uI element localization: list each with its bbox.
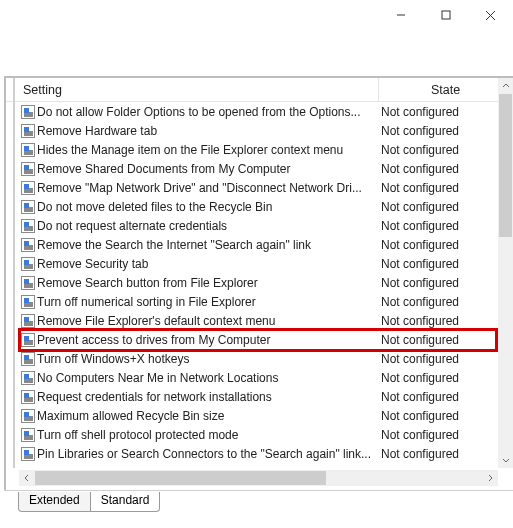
list-item[interactable]: Do not move deleted files to the Recycle…: [19, 197, 498, 216]
scroll-down-icon[interactable]: [498, 452, 513, 468]
policy-icon: [19, 428, 37, 442]
list-item[interactable]: Turn off Windows+X hotkeysNot configured: [19, 349, 498, 368]
setting-state: Not configured: [379, 409, 498, 423]
list-item[interactable]: Hides the Manage item on the File Explor…: [19, 140, 498, 159]
setting-state: Not configured: [379, 371, 498, 385]
setting-label: Remove Security tab: [37, 257, 379, 271]
view-tabs: Extended Standard: [18, 492, 159, 512]
list-item[interactable]: Pin Libraries or Search Connectors to th…: [19, 444, 498, 463]
list-item[interactable]: Do not allow Folder Options to be opened…: [19, 102, 498, 121]
scroll-up-icon[interactable]: [498, 78, 513, 94]
list-item[interactable]: Do not request alternate credentialsNot …: [19, 216, 498, 235]
setting-state: Not configured: [379, 124, 498, 138]
policy-icon: [19, 371, 37, 385]
list-item[interactable]: Remove File Explorer's default context m…: [19, 311, 498, 330]
setting-state: Not configured: [379, 333, 498, 347]
column-header-state[interactable]: State: [379, 78, 513, 101]
setting-state: Not configured: [379, 238, 498, 252]
list-item[interactable]: Maximum allowed Recycle Bin sizeNot conf…: [19, 406, 498, 425]
setting-state: Not configured: [379, 276, 498, 290]
policy-icon: [19, 409, 37, 423]
window-titlebar: [0, 0, 513, 30]
policy-icon: [19, 200, 37, 214]
tab-standard[interactable]: Standard: [90, 492, 161, 512]
setting-state: Not configured: [379, 352, 498, 366]
policy-icon: [19, 124, 37, 138]
setting-label: Do not request alternate credentials: [37, 219, 379, 233]
setting-label: Turn off numerical sorting in File Explo…: [37, 295, 379, 309]
horizontal-scrollbar[interactable]: [19, 470, 498, 486]
policy-icon: [19, 143, 37, 157]
policy-icon: [19, 105, 37, 119]
setting-label: Request credentials for network installa…: [37, 390, 379, 404]
tab-extended[interactable]: Extended: [18, 492, 91, 512]
policy-icon: [19, 314, 37, 328]
svg-rect-1: [442, 11, 450, 19]
policy-icon: [19, 219, 37, 233]
policy-icon: [19, 352, 37, 366]
setting-label: Remove Shared Documents from My Computer: [37, 162, 379, 176]
close-button[interactable]: [468, 4, 513, 26]
setting-label: Remove "Map Network Drive" and "Disconne…: [37, 181, 379, 195]
setting-state: Not configured: [379, 257, 498, 271]
policy-icon: [19, 238, 37, 252]
vertical-scrollbar[interactable]: [498, 78, 513, 468]
maximize-button[interactable]: [423, 4, 468, 26]
v-scroll-thumb[interactable]: [499, 94, 512, 237]
policy-icon: [19, 257, 37, 271]
list-item[interactable]: Remove "Map Network Drive" and "Disconne…: [19, 178, 498, 197]
setting-state: Not configured: [379, 200, 498, 214]
setting-label: Remove Hardware tab: [37, 124, 379, 138]
setting-state: Not configured: [379, 295, 498, 309]
list-item[interactable]: Turn off numerical sorting in File Explo…: [19, 292, 498, 311]
list-item[interactable]: Remove Shared Documents from My Computer…: [19, 159, 498, 178]
setting-state: Not configured: [379, 428, 498, 442]
setting-label: Do not allow Folder Options to be opened…: [37, 105, 379, 119]
column-header-setting[interactable]: Setting: [19, 78, 379, 101]
h-scroll-thumb[interactable]: [35, 471, 326, 485]
list-item[interactable]: Remove Security tabNot configured: [19, 254, 498, 273]
policy-icon: [19, 333, 37, 347]
setting-label: Turn off Windows+X hotkeys: [37, 352, 379, 366]
list-item[interactable]: Remove Hardware tabNot configured: [19, 121, 498, 140]
list-item[interactable]: Turn off shell protocol protected modeNo…: [19, 425, 498, 444]
h-scroll-track[interactable]: [35, 470, 482, 486]
setting-state: Not configured: [379, 105, 498, 119]
policy-icon: [19, 181, 37, 195]
setting-state: Not configured: [379, 219, 498, 233]
list-item[interactable]: Prevent access to drives from My Compute…: [19, 330, 498, 349]
v-scroll-track[interactable]: [498, 94, 513, 452]
setting-state: Not configured: [379, 314, 498, 328]
list-item[interactable]: Request credentials for network installa…: [19, 387, 498, 406]
list-item[interactable]: No Computers Near Me in Network Location…: [19, 368, 498, 387]
setting-label: Turn off shell protocol protected mode: [37, 428, 379, 442]
setting-state: Not configured: [379, 143, 498, 157]
setting-label: Pin Libraries or Search Connectors to th…: [37, 447, 379, 461]
setting-label: Remove Search button from File Explorer: [37, 276, 379, 290]
policy-icon: [19, 276, 37, 290]
setting-label: Do not move deleted files to the Recycle…: [37, 200, 379, 214]
setting-state: Not configured: [379, 447, 498, 461]
scroll-right-icon[interactable]: [482, 470, 498, 486]
setting-label: Prevent access to drives from My Compute…: [37, 333, 379, 347]
scroll-left-icon[interactable]: [19, 470, 35, 486]
setting-label: Remove the Search the Internet "Search a…: [37, 238, 379, 252]
policy-icon: [19, 447, 37, 461]
settings-list-panel: Setting State Do not allow Folder Option…: [4, 76, 513, 490]
list-item[interactable]: Remove Search button from File ExplorerN…: [19, 273, 498, 292]
setting-state: Not configured: [379, 390, 498, 404]
settings-list[interactable]: Do not allow Folder Options to be opened…: [19, 102, 498, 468]
column-header-row: Setting State: [6, 78, 513, 102]
minimize-button[interactable]: [378, 4, 423, 26]
policy-icon: [19, 295, 37, 309]
setting-state: Not configured: [379, 162, 498, 176]
setting-label: Remove File Explorer's default context m…: [37, 314, 379, 328]
setting-label: No Computers Near Me in Network Location…: [37, 371, 379, 385]
setting-state: Not configured: [379, 181, 498, 195]
setting-label: Hides the Manage item on the File Explor…: [37, 143, 379, 157]
policy-icon: [19, 162, 37, 176]
policy-icon: [19, 390, 37, 404]
list-item[interactable]: Remove the Search the Internet "Search a…: [19, 235, 498, 254]
setting-label: Maximum allowed Recycle Bin size: [37, 409, 379, 423]
